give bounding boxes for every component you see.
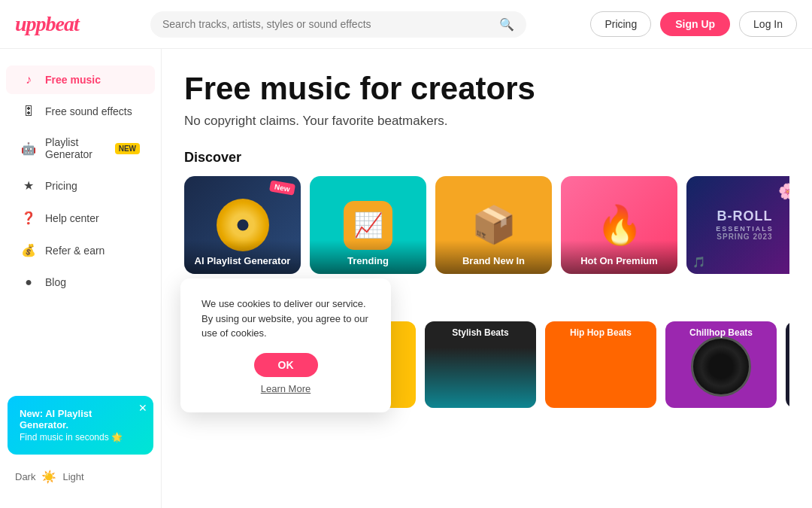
card-label-trending: Trending — [310, 240, 426, 274]
beat-label-stylish: Stylish Beats — [425, 321, 536, 344]
navbar: uppbeat 🔍 Pricing Sign Up Log In — [0, 0, 812, 49]
money-icon: 💰 — [21, 243, 36, 257]
search-bar[interactable]: 🔍 — [150, 11, 526, 38]
beat-label-chillhop: Chillhop Beats — [665, 321, 777, 344]
help-icon: ❓ — [21, 211, 36, 225]
card-label-ai-playlist: AI Playlist Generator — [184, 240, 301, 274]
sidebar-label-sound-effects: Free sound effects — [45, 105, 132, 117]
promo-title: New: AI Playlist Generator. — [20, 408, 141, 430]
sidebar-item-blog[interactable]: ● Blog — [6, 268, 155, 297]
beat-card-hiphop[interactable]: Hip Hop Beats — [545, 321, 656, 408]
blog-icon: ● — [21, 275, 36, 289]
logo: uppbeat — [15, 12, 135, 36]
cookie-learn-more-link[interactable]: Learn More — [201, 383, 370, 394]
search-icon[interactable]: 🔍 — [499, 17, 514, 32]
new-badge: NEW — [115, 143, 140, 154]
dark-label: Dark — [15, 471, 35, 482]
music-icon: ♪ — [21, 73, 36, 87]
promo-close-button[interactable]: ✕ — [138, 402, 147, 414]
pricing-button[interactable]: Pricing — [590, 11, 651, 37]
promo-subtitle: Find music in seconds 🌟 — [20, 432, 141, 443]
cookie-text: We use cookies to deliver our service. B… — [201, 297, 370, 341]
light-label: Light — [62, 471, 83, 482]
signup-button[interactable]: Sign Up — [660, 12, 730, 36]
vinyl-disc-icon — [691, 336, 751, 397]
discover-card-ai-playlist[interactable]: New AI Playlist Generator — [184, 176, 301, 274]
cookie-modal: We use cookies to deliver our service. B… — [180, 278, 391, 412]
sun-icon: ☀️ — [41, 470, 56, 484]
sidebar-item-refer-earn[interactable]: 💰 Refer & earn — [6, 236, 155, 265]
sidebar-item-playlist-generator[interactable]: 🤖 Playlist Generator NEW — [6, 129, 155, 168]
promo-banner: ✕ New: AI Playlist Generator. Find music… — [8, 396, 153, 455]
sidebar-label-refer: Refer & earn — [45, 245, 105, 257]
sidebar-item-free-music[interactable]: ♪ Free music — [6, 65, 155, 94]
sidebar: ♪ Free music 🎛 Free sound effects 🤖 Play… — [0, 49, 162, 508]
sidebar-label-help: Help center — [45, 212, 99, 224]
discover-section: Discover New AI Playlist Generator 📈 Tre… — [184, 150, 789, 274]
beat-label-extra: T... — [786, 321, 789, 344]
sidebar-label-playlist-generator: Playlist Generator — [45, 136, 103, 160]
discover-card-brand-new[interactable]: 📦 Brand New In — [435, 176, 552, 274]
sound-icon: 🎛 — [21, 105, 36, 118]
hero-subtitle: No copyright claims. Your favorite beatm… — [184, 114, 789, 129]
card-label-hot: Hot On Premium — [561, 240, 677, 274]
sidebar-item-help-center[interactable]: ❓ Help center — [6, 203, 155, 233]
discover-card-hot[interactable]: 🔥 Hot On Premium — [561, 176, 677, 274]
card-label-brand-new: Brand New In — [435, 240, 552, 274]
discover-card-trending[interactable]: 📈 Trending — [310, 176, 426, 274]
sidebar-label-free-music: Free music — [45, 74, 101, 86]
beat-card-stylish[interactable]: Stylish Beats — [425, 321, 536, 408]
discover-cards-row: New AI Playlist Generator 📈 Trending 📦 B… — [184, 176, 789, 274]
theme-toggle[interactable]: Dark ☀️ Light — [0, 461, 161, 493]
sidebar-label-pricing: Pricing — [45, 180, 77, 192]
beat-label-hiphop: Hip Hop Beats — [545, 321, 656, 344]
sidebar-item-pricing[interactable]: ★ Pricing — [6, 171, 155, 200]
discover-card-broll[interactable]: B-ROLL ESSENTIALS SPRING 2023 🌸 🎵 — [686, 176, 789, 274]
sidebar-item-free-sound-effects[interactable]: 🎛 Free sound effects — [6, 97, 155, 126]
layout: ♪ Free music 🎛 Free sound effects 🤖 Play… — [0, 49, 812, 508]
search-input[interactable] — [162, 18, 493, 30]
hero-title: Free music for creators — [184, 71, 789, 106]
beat-card-extra[interactable]: T... — [786, 321, 789, 408]
star-icon: ★ — [21, 178, 36, 193]
nav-right: Pricing Sign Up Log In — [590, 11, 797, 37]
cookie-ok-button[interactable]: OK — [254, 353, 318, 377]
discover-title: Discover — [184, 150, 789, 166]
ai-icon: 🤖 — [21, 141, 36, 156]
sidebar-label-blog: Blog — [45, 276, 66, 288]
beat-card-chillhop[interactable]: Chillhop Beats — [665, 321, 777, 408]
login-button[interactable]: Log In — [739, 11, 797, 37]
